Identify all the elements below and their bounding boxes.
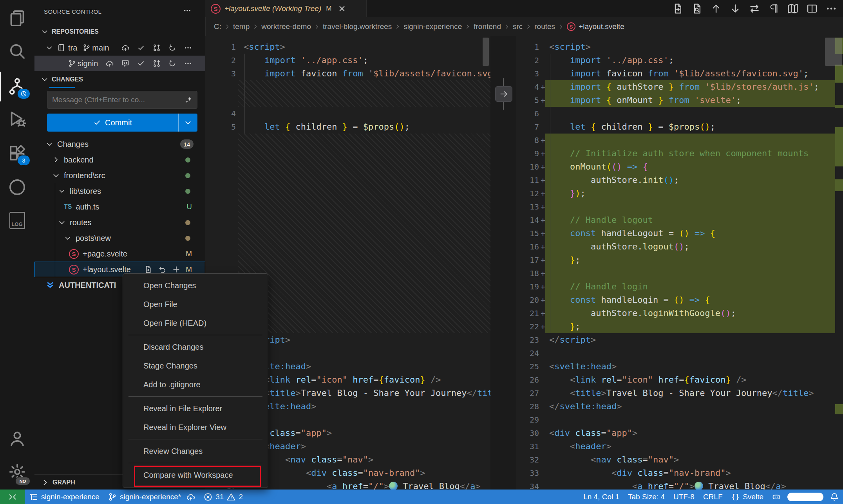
activity-item-explorer[interactable] (0, 3, 34, 33)
status-problems[interactable]: 31 2 (199, 490, 247, 504)
code-line: 17+ }; (516, 253, 843, 267)
activity-item-github[interactable] (0, 172, 34, 202)
line-number: 10 (516, 160, 539, 173)
breadcrumb-item[interactable]: temp (233, 22, 250, 31)
breadcrumb-item[interactable]: signin-experience (403, 22, 462, 31)
tree-item-posts-new[interactable]: posts\new (34, 230, 205, 246)
diff-insert-arrow-button[interactable] (495, 86, 512, 102)
more-actions-icon[interactable] (826, 3, 837, 14)
more-icon[interactable] (184, 44, 192, 52)
section-changes[interactable]: CHANGES (34, 71, 205, 88)
copilot-status-pill[interactable] (787, 493, 823, 501)
activity-item-extensions[interactable]: 3 (0, 138, 34, 168)
publish-icon[interactable] (121, 44, 129, 52)
map-icon[interactable] (787, 3, 798, 14)
menu-item-review-changes[interactable]: Review Changes (125, 442, 266, 461)
plus-icon[interactable] (172, 266, 180, 273)
breadcrumb: C:tempworktree-demotravel-blog.worktrees… (205, 17, 843, 36)
go-file-icon[interactable] (144, 266, 152, 273)
status-eol[interactable]: CRLF (699, 490, 727, 504)
menu-item-add-to-gitignore[interactable]: Add to .gitignore (125, 375, 266, 394)
breadcrumb-item[interactable]: src (513, 22, 523, 31)
changes-group-row[interactable]: Changes 14 (34, 136, 205, 152)
typescript-icon: TS (64, 203, 72, 210)
tree-item-lib-stores[interactable]: lib\stores (34, 183, 205, 199)
breadcrumb-item[interactable]: frontend (474, 22, 501, 31)
menu-item-reveal-in-file-explorer[interactable]: Reveal in File Explorer (125, 399, 266, 418)
status-copilot[interactable] (768, 490, 785, 504)
worktree-row[interactable]: signin (34, 56, 205, 71)
activity-item-accounts[interactable] (0, 424, 34, 453)
menu-item-stage-changes[interactable]: Stage Changes (125, 356, 266, 375)
status-notifications[interactable] (826, 490, 843, 504)
menu-item-open-changes[interactable]: Open Changes (125, 276, 266, 295)
line-number: 7 (516, 120, 539, 134)
breadcrumb-file[interactable]: S+layout.svelte (567, 22, 624, 31)
create-pull-request-icon[interactable] (153, 60, 161, 67)
tree-item-frontend-src[interactable]: frontend\src (34, 168, 205, 183)
previous-change-icon[interactable] (711, 3, 722, 14)
remote-indicator[interactable] (0, 490, 25, 504)
status-workspace[interactable]: signin-experience (25, 490, 104, 504)
repo-row[interactable]: tra main (34, 40, 205, 56)
context-menu: Open ChangesOpen FileOpen File (HEAD)Dis… (123, 273, 268, 488)
commit-check-icon[interactable] (137, 44, 145, 52)
breadcrumb-item[interactable]: C: (214, 22, 221, 31)
scrollbar-thumb[interactable] (825, 38, 842, 66)
breadcrumb-item[interactable]: travel-blog.worktrees (323, 22, 392, 31)
tree-item-backend[interactable]: backend (34, 152, 205, 168)
breadcrumb-item[interactable]: worktree-demo (261, 22, 311, 31)
activity-item-run-debug[interactable] (0, 104, 34, 134)
status-encoding[interactable]: UTF-8 (669, 490, 699, 504)
menu-item-compare-with-workspace[interactable]: Compare with Workspace (125, 466, 266, 484)
refresh-icon[interactable] (168, 44, 176, 52)
commit-dropdown-button[interactable] (178, 114, 197, 132)
open-file-icon[interactable] (672, 3, 683, 14)
split-editor-icon[interactable] (807, 3, 818, 14)
tree-item-label: auth.ts (76, 202, 99, 211)
commit-check-icon[interactable] (137, 60, 145, 67)
menu-item-open-file[interactable]: Open File (125, 295, 266, 314)
code-line: 4 (205, 107, 490, 120)
scrollbar-thumb[interactable] (483, 38, 489, 66)
commit-message-input[interactable]: Message (Ctrl+Enter to co... (47, 91, 197, 109)
menu-item-reveal-in-explorer-view[interactable]: Reveal in Explorer View (125, 418, 266, 437)
publish-icon[interactable] (106, 60, 114, 67)
tree-item-auth-ts[interactable]: TSauth.tsU (34, 199, 205, 215)
menu-item-discard-changes[interactable]: Discard Changes (125, 338, 266, 356)
menu-item-open-file-head-[interactable]: Open File (HEAD) (125, 314, 266, 332)
refresh-icon[interactable] (168, 60, 176, 67)
section-repositories[interactable]: REPOSITORIES (34, 23, 205, 40)
breadcrumb-separator-icon (224, 23, 230, 30)
line-number: 18 (516, 267, 539, 280)
tree-item--page-svelte[interactable]: S+page.svelteM (34, 246, 205, 262)
chevron-down-icon (58, 187, 66, 195)
status-bar: signin-experience signin-experience* 31 … (0, 490, 843, 504)
activity-item-settings[interactable]: NO (0, 457, 34, 487)
sidebar-more-actions[interactable] (183, 7, 191, 14)
swap-sides-icon[interactable] (749, 3, 760, 14)
activity-item-logs[interactable]: LOG (0, 206, 34, 235)
diff-modified-pane[interactable]: 1<script>2 import '../app.css';3 import … (516, 36, 843, 490)
whitespace-icon[interactable] (768, 3, 779, 14)
status-tab-size[interactable]: Tab Size: 4 (624, 490, 669, 504)
tree-item-routes[interactable]: routes (34, 215, 205, 230)
status-language[interactable]: {} Svelte (727, 490, 768, 504)
activity-item-search[interactable] (0, 36, 34, 66)
activity-item-source-control[interactable] (0, 72, 34, 101)
copilot-sparkle-icon[interactable] (185, 96, 192, 104)
code-line: 6 (516, 107, 843, 120)
tab-layout-svelte[interactable]: S +layout.svelte (Working Tree) M (205, 0, 367, 17)
discard-icon[interactable] (158, 266, 166, 273)
status-branch[interactable]: signin-experience* (104, 490, 199, 504)
file-search-icon[interactable] (691, 3, 702, 14)
commit-button[interactable]: Commit (47, 114, 197, 132)
close-icon[interactable] (338, 4, 346, 13)
comment-icon[interactable] (121, 60, 129, 67)
error-icon (204, 493, 212, 501)
create-pull-request-icon[interactable] (153, 44, 161, 52)
more-icon[interactable] (184, 60, 192, 67)
next-change-icon[interactable] (730, 3, 741, 14)
status-cursor-position[interactable]: Ln 4, Col 1 (579, 490, 624, 504)
breadcrumb-item[interactable]: routes (534, 22, 555, 31)
